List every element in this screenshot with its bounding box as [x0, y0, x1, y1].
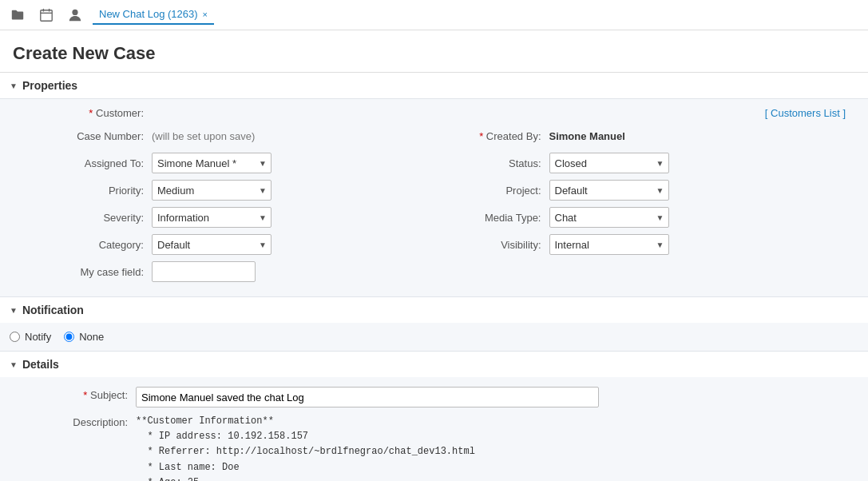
- customer-row: Customer: [ Customers List ]: [64, 107, 858, 119]
- created-by-label: Created By:: [462, 130, 549, 142]
- assigned-to-label: Assigned To:: [64, 157, 152, 169]
- tab-label: New Chat Log (1263): [99, 8, 198, 20]
- tab-close-button[interactable]: ×: [203, 10, 208, 19]
- case-number-label: Case Number:: [64, 130, 152, 142]
- visibility-dropdown-wrapper: Internal ▼: [549, 234, 669, 255]
- details-section: ▼ Details Subject: Description: **Custom…: [0, 352, 868, 481]
- priority-row: Priority: Medium ▼: [64, 180, 462, 201]
- notify-radio-group: Notify: [10, 331, 51, 343]
- top-nav: New Chat Log (1263) ×: [0, 0, 868, 30]
- priority-label: Priority:: [64, 185, 152, 197]
- visibility-row: Visibility: Internal ▼: [462, 234, 859, 255]
- severity-dropdown-wrapper: Information ▼: [152, 207, 271, 228]
- severity-row: Severity: Information ▼: [64, 207, 462, 228]
- media-type-label: Media Type:: [462, 212, 549, 224]
- media-type-select[interactable]: Chat: [549, 207, 669, 228]
- media-type-row: Media Type: Chat ▼: [462, 207, 859, 228]
- project-row: Project: Default ▼: [462, 180, 859, 201]
- notify-label: Notify: [25, 331, 51, 343]
- description-value: **Customer Information** * IP address: 1…: [136, 414, 475, 481]
- chat-log-tab[interactable]: New Chat Log (1263) ×: [93, 5, 214, 25]
- category-label: Category:: [64, 239, 152, 251]
- priority-select[interactable]: Medium: [152, 180, 271, 201]
- subject-label: Subject:: [64, 387, 136, 401]
- details-section-label: Details: [22, 358, 59, 371]
- my-case-field-input[interactable]: [152, 261, 256, 282]
- page-title: Create New Case: [0, 30, 868, 72]
- properties-section-label: Properties: [22, 79, 77, 92]
- folder-icon[interactable]: [10, 7, 26, 23]
- customers-list-link[interactable]: [ Customers List ]: [765, 107, 858, 119]
- project-select[interactable]: Default: [549, 180, 669, 201]
- properties-toggle-icon: ▼: [10, 81, 18, 90]
- description-row: Description: **Customer Information** * …: [64, 414, 858, 481]
- details-section-header[interactable]: ▼ Details: [0, 352, 868, 377]
- svg-point-4: [72, 9, 77, 14]
- subject-input[interactable]: [136, 387, 599, 407]
- notification-section: ▼ Notification Notify None: [0, 297, 868, 352]
- category-select[interactable]: Default: [152, 234, 271, 255]
- media-type-dropdown-wrapper: Chat ▼: [549, 207, 669, 228]
- description-label: Description:: [64, 414, 136, 428]
- properties-section: ▼ Properties Customer: [ Customers List …: [0, 73, 868, 297]
- my-case-field-label: My case field:: [64, 266, 152, 278]
- calendar-icon[interactable]: [38, 7, 54, 23]
- priority-dropdown-wrapper: Medium ▼: [152, 180, 271, 201]
- notify-radio[interactable]: [10, 332, 20, 342]
- details-toggle-icon: ▼: [10, 360, 18, 369]
- visibility-label: Visibility:: [462, 239, 549, 251]
- none-label: None: [79, 331, 104, 343]
- svg-rect-0: [41, 10, 52, 21]
- project-label: Project:: [462, 185, 549, 197]
- none-radio[interactable]: [64, 332, 74, 342]
- notification-content: Notify None: [0, 323, 868, 352]
- status-dropdown-wrapper: Closed ▼: [549, 153, 669, 173]
- severity-select[interactable]: Information: [152, 207, 271, 228]
- my-case-field-row: My case field:: [64, 261, 462, 282]
- assigned-to-dropdown-wrapper: Simone Manuel * ▼: [152, 153, 271, 173]
- created-by-value: Simone Manuel: [549, 130, 859, 142]
- person-icon[interactable]: [67, 7, 83, 23]
- assigned-to-select[interactable]: Simone Manuel *: [152, 153, 271, 173]
- properties-left-col: Case Number: (will be set upon save) Ass…: [64, 125, 462, 288]
- category-dropdown-wrapper: Default ▼: [152, 234, 271, 255]
- subject-row: Subject:: [64, 387, 858, 407]
- customer-left: Customer:: [64, 107, 271, 119]
- none-radio-group: None: [64, 331, 104, 343]
- properties-right-col: Created By: Simone Manuel Status: Closed…: [462, 125, 859, 288]
- customer-label: Customer:: [64, 107, 152, 119]
- assigned-to-row: Assigned To: Simone Manuel * ▼: [64, 153, 462, 173]
- notification-section-label: Notification: [22, 304, 84, 316]
- status-row: Status: Closed ▼: [462, 153, 859, 173]
- status-select[interactable]: Closed: [549, 153, 669, 173]
- status-label: Status:: [462, 157, 549, 169]
- created-by-row: Created By: Simone Manuel: [462, 125, 859, 146]
- project-dropdown-wrapper: Default ▼: [549, 180, 669, 201]
- category-row: Category: Default ▼: [64, 234, 462, 255]
- case-number-row: Case Number: (will be set upon save): [64, 125, 462, 146]
- details-section-content: Subject: Description: **Customer Informa…: [0, 377, 868, 481]
- case-number-value: (will be set upon save): [152, 130, 462, 142]
- properties-section-content: Customer: [ Customers List ] Case Number…: [0, 98, 868, 297]
- notification-section-header[interactable]: ▼ Notification: [0, 297, 868, 323]
- nav-icons: [10, 7, 83, 23]
- properties-grid: Case Number: (will be set upon save) Ass…: [64, 125, 858, 288]
- notification-toggle-icon: ▼: [10, 306, 18, 315]
- properties-section-header[interactable]: ▼ Properties: [0, 73, 868, 98]
- severity-label: Severity:: [64, 212, 152, 224]
- visibility-select[interactable]: Internal: [549, 234, 669, 255]
